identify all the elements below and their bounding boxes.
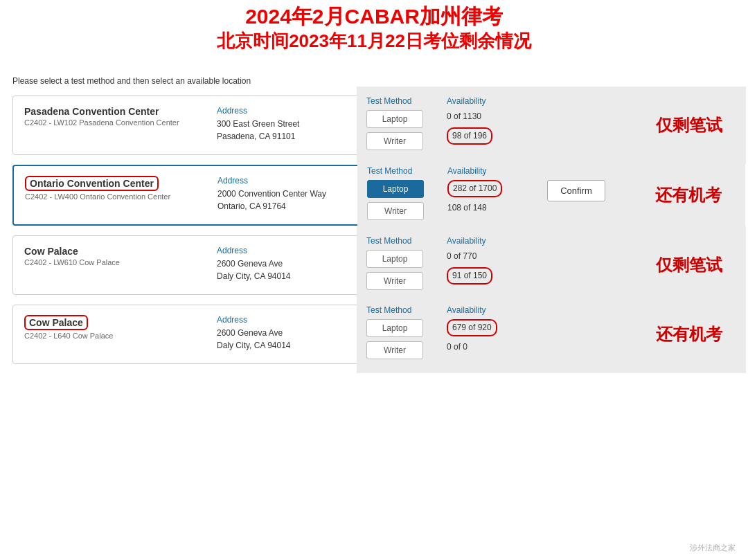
watermark: 涉外法商之家 bbox=[690, 543, 736, 553]
address-label-venue2: Address bbox=[217, 176, 357, 186]
venue-card-venue3[interactable]: Cow PalaceC2402 - LW610 Cow PalaceAddres… bbox=[12, 235, 736, 295]
availability-col-venue3: Availability0 of 77091 of 150 bbox=[447, 236, 530, 289]
availability-col-venue2: Availability282 of 1700108 of 148 bbox=[447, 166, 531, 219]
avail-text-venue2-1: 108 of 148 bbox=[447, 201, 531, 215]
venue-test-section-venue3: Test MethodLaptopWriterAvailability0 of … bbox=[357, 226, 746, 304]
availability-col-venue1: Availability0 of 113098 of 196 bbox=[447, 96, 530, 149]
test-method-col-venue1: Test MethodLaptopWriter bbox=[366, 96, 436, 154]
avail-text-venue4-0: 679 of 920 bbox=[447, 319, 497, 336]
availability-header-venue1: Availability bbox=[447, 96, 530, 106]
test-method-header-venue3: Test Method bbox=[366, 236, 436, 246]
venue-name-venue2: Ontario Convention Center bbox=[25, 176, 159, 191]
address-text-venue1: 300 East Green StreetPasadena, CA 91101 bbox=[217, 118, 357, 143]
venue-test-section-venue2: Test MethodLaptopWriterAvailability282 o… bbox=[357, 156, 745, 234]
venue-test-section-venue4: Test MethodLaptopWriterAvailability679 o… bbox=[357, 296, 746, 373]
availability-header-venue3: Availability bbox=[447, 236, 530, 246]
avail-text-venue1-0: 0 of 1130 bbox=[447, 110, 530, 123]
venue-code-venue2: C2402 - LW400 Ontario Convention Center bbox=[25, 192, 205, 201]
venue-address-venue3: Address2600 Geneva AveDaly City, CA 9401… bbox=[204, 246, 357, 282]
page-wrapper: Please select a test method and then sel… bbox=[0, 69, 748, 386]
test-wrapper-venue1: Test MethodLaptopWriterAvailability0 of … bbox=[357, 96, 735, 154]
venue-info-venue4: Cow PalaceC2402 - L640 Cow Palace bbox=[24, 315, 204, 340]
method-btn-venue3-1[interactable]: Writer bbox=[366, 272, 423, 290]
address-text-venue4: 2600 Geneva AveDaly City, CA 94014 bbox=[217, 327, 357, 352]
method-btn-venue4-1[interactable]: Writer bbox=[366, 341, 423, 359]
avail-text-venue2-0: 282 of 1700 bbox=[447, 180, 502, 197]
venue-card-venue2[interactable]: Ontario Convention CenterC2402 - LW400 O… bbox=[12, 165, 736, 226]
address-label-venue1: Address bbox=[217, 106, 357, 116]
method-btn-venue3-0[interactable]: Laptop bbox=[366, 250, 423, 268]
method-btn-venue1-1[interactable]: Writer bbox=[366, 132, 423, 150]
venue-test-section-venue1: Test MethodLaptopWriterAvailability0 of … bbox=[357, 87, 746, 164]
venue-address-venue4: Address2600 Geneva AveDaly City, CA 9401… bbox=[204, 315, 357, 352]
venue-list: Pasadena Convention CenterC2402 - LW102 … bbox=[12, 96, 736, 364]
confirm-btn-venue2[interactable]: Confirm bbox=[547, 180, 605, 201]
test-method-col-venue2: Test MethodLaptopWriter bbox=[367, 166, 436, 224]
avail-text-venue4-1: 0 of 0 bbox=[447, 341, 530, 354]
venue-address-venue2: Address2000 Convention Center WayOntario… bbox=[205, 176, 357, 213]
title-line1: 2024年2月CABAR加州律考 bbox=[0, 3, 748, 30]
test-wrapper-venue3: Test MethodLaptopWriterAvailability0 of … bbox=[357, 236, 735, 294]
venue-code-venue3: C2402 - LW610 Cow Palace bbox=[24, 258, 204, 267]
availability-header-venue4: Availability bbox=[447, 305, 530, 315]
venue-name-venue4: Cow Palace bbox=[24, 315, 88, 330]
avail-text-venue3-1: 91 of 150 bbox=[447, 267, 492, 284]
availability-header-venue2: Availability bbox=[447, 166, 531, 176]
address-text-venue2: 2000 Convention Center WayOntario, CA 91… bbox=[217, 188, 357, 213]
address-text-venue3: 2600 Geneva AveDaly City, CA 94014 bbox=[217, 258, 357, 282]
test-method-header-venue1: Test Method bbox=[366, 96, 436, 106]
method-btn-venue2-1[interactable]: Writer bbox=[367, 202, 424, 220]
venue-code-venue1: C2402 - LW102 Pasadena Convention Center bbox=[24, 118, 204, 127]
test-method-col-venue4: Test MethodLaptopWriter bbox=[366, 305, 436, 363]
method-btn-venue4-0[interactable]: Laptop bbox=[366, 319, 423, 337]
avail-text-venue3-0: 0 of 770 bbox=[447, 250, 530, 263]
venue-info-venue2: Ontario Convention CenterC2402 - LW400 O… bbox=[25, 176, 205, 201]
venue-address-venue1: Address300 East Green StreetPasadena, CA… bbox=[204, 106, 357, 143]
confirm-col-venue2: Confirm bbox=[542, 166, 611, 201]
avail-text-venue1-1: 98 of 196 bbox=[447, 127, 492, 145]
test-wrapper-venue4: Test MethodLaptopWriterAvailability679 o… bbox=[357, 305, 735, 363]
address-label-venue3: Address bbox=[217, 246, 357, 255]
overlay-title: 2024年2月CABAR加州律考 北京时间2023年11月22日考位剩余情况 bbox=[0, 0, 748, 53]
test-wrapper-venue2: Test MethodLaptopWriterAvailability282 o… bbox=[357, 166, 734, 224]
venue-card-venue1[interactable]: Pasadena Convention CenterC2402 - LW102 … bbox=[12, 96, 736, 155]
test-method-header-venue4: Test Method bbox=[366, 305, 436, 315]
venue-card-venue4[interactable]: Cow PalaceC2402 - L640 Cow PalaceAddress… bbox=[12, 305, 736, 364]
method-btn-venue1-0[interactable]: Laptop bbox=[366, 110, 423, 128]
annotation-venue1: 仅剩笔试 bbox=[656, 114, 722, 136]
venue-name-venue1: Pasadena Convention Center bbox=[24, 106, 204, 117]
title-line2: 北京时间2023年11月22日考位剩余情况 bbox=[0, 30, 748, 53]
method-btn-venue2-0[interactable]: Laptop bbox=[367, 180, 424, 198]
intro-text: Please select a test method and then sel… bbox=[12, 76, 736, 86]
annotation-venue3: 仅剩笔试 bbox=[656, 254, 722, 276]
venue-info-venue3: Cow PalaceC2402 - LW610 Cow Palace bbox=[24, 246, 204, 267]
availability-col-venue4: Availability679 of 9200 of 0 bbox=[447, 305, 530, 358]
venue-code-venue4: C2402 - L640 Cow Palace bbox=[24, 332, 204, 340]
test-method-header-venue2: Test Method bbox=[367, 166, 436, 176]
test-method-col-venue3: Test MethodLaptopWriter bbox=[366, 236, 436, 294]
annotation-venue4: 还有机考 bbox=[656, 323, 722, 345]
address-label-venue4: Address bbox=[217, 315, 357, 325]
venue-info-venue1: Pasadena Convention CenterC2402 - LW102 … bbox=[24, 106, 204, 127]
venue-name-venue3: Cow Palace bbox=[24, 246, 204, 257]
annotation-venue2: 还有机考 bbox=[655, 184, 722, 206]
